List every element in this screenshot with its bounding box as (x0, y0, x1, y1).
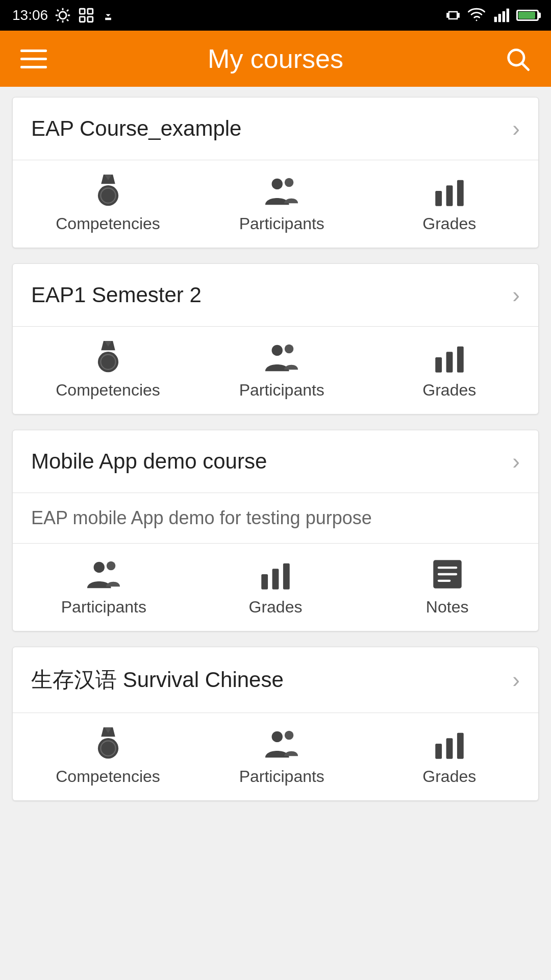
svg-rect-41 (435, 744, 442, 759)
action-label-grades-4: Grades (422, 767, 476, 786)
action-notes-3[interactable]: Notes (402, 558, 493, 617)
course-actions-3: Participants Grades Notes (13, 544, 538, 631)
course-title-row-1[interactable]: EAP Course_example› (13, 97, 538, 160)
wifi-icon (467, 7, 486, 24)
svg-rect-1 (80, 9, 85, 14)
svg-rect-35 (437, 573, 457, 575)
action-label-notes-3: Notes (426, 598, 469, 617)
course-card-2: EAP1 Semester 2› Competencies Participan… (12, 263, 539, 414)
svg-rect-26 (446, 352, 453, 373)
usb-icon (101, 7, 115, 24)
svg-rect-9 (20, 50, 47, 52)
action-label-participants-3: Participants (61, 598, 146, 617)
course-title-1: EAP Course_example (31, 116, 241, 141)
chevron-right-icon: › (512, 116, 520, 141)
svg-rect-32 (283, 564, 290, 590)
chevron-right-icon: › (512, 282, 520, 308)
people-icon (264, 341, 299, 376)
course-subtitle-3: EAP mobile App demo for testing purpose (13, 493, 538, 544)
status-left: 13:06 (12, 7, 115, 24)
status-right (446, 7, 539, 24)
action-label-competencies-2: Competencies (56, 381, 160, 400)
action-label-competencies-1: Competencies (56, 214, 160, 233)
svg-point-29 (107, 561, 115, 570)
svg-rect-43 (457, 733, 464, 759)
courses-list: EAP Course_example› Competencies Partici… (0, 87, 551, 811)
course-title-2: EAP1 Semester 2 (31, 283, 202, 307)
people-icon (86, 558, 121, 593)
svg-rect-2 (88, 9, 93, 14)
svg-rect-11 (20, 66, 47, 68)
course-card-3: Mobile App demo course›EAP mobile App de… (12, 430, 539, 631)
svg-rect-18 (435, 191, 442, 206)
course-title-row-2[interactable]: EAP1 Semester 2› (13, 264, 538, 327)
course-actions-1: Competencies Participants Grades (13, 160, 538, 248)
svg-rect-4 (88, 17, 93, 22)
svg-rect-36 (437, 580, 450, 582)
svg-rect-31 (272, 569, 279, 590)
action-competencies-1[interactable]: Competencies (56, 175, 160, 233)
grades-icon (433, 727, 466, 762)
svg-point-16 (272, 179, 283, 189)
vibrate-icon (446, 7, 460, 24)
svg-line-13 (522, 64, 529, 70)
action-label-grades-2: Grades (422, 381, 476, 400)
svg-rect-3 (80, 17, 85, 22)
svg-rect-19 (446, 185, 453, 206)
action-competencies-2[interactable]: Competencies (56, 341, 160, 400)
action-participants-1[interactable]: Participants (236, 175, 328, 233)
action-participants-2[interactable]: Participants (236, 341, 328, 400)
svg-point-23 (272, 345, 283, 356)
course-card-1: EAP Course_example› Competencies Partici… (12, 97, 539, 248)
svg-rect-27 (457, 347, 464, 373)
action-grades-1[interactable]: Grades (404, 175, 495, 233)
time-display: 13:06 (12, 7, 48, 23)
action-label-grades-3: Grades (249, 598, 303, 617)
grades-icon (259, 558, 292, 593)
action-label-participants-1: Participants (239, 214, 324, 233)
status-bar: 13:06 (0, 0, 551, 31)
svg-rect-8 (507, 9, 509, 22)
action-grades-2[interactable]: Grades (404, 341, 495, 400)
action-competencies-4[interactable]: Competencies (56, 727, 160, 786)
notes-icon (431, 558, 464, 593)
nav-icon (54, 7, 71, 24)
hamburger-icon[interactable] (20, 47, 47, 70)
search-icon[interactable] (504, 45, 531, 72)
svg-rect-20 (457, 180, 464, 206)
action-label-participants-4: Participants (239, 767, 324, 786)
svg-rect-42 (446, 738, 453, 759)
svg-point-40 (285, 731, 293, 740)
course-title-row-4[interactable]: 生存汉语 Survival Chinese› (13, 647, 538, 713)
action-label-competencies-4: Competencies (56, 767, 160, 786)
svg-rect-6 (498, 14, 501, 22)
svg-point-28 (94, 562, 105, 573)
svg-rect-25 (435, 357, 442, 373)
course-title-3: Mobile App demo course (31, 449, 267, 474)
svg-point-17 (285, 178, 293, 187)
svg-point-24 (285, 345, 293, 353)
action-grades-4[interactable]: Grades (404, 727, 495, 786)
svg-rect-5 (494, 17, 497, 22)
app-header: My courses (0, 31, 551, 87)
signal-icon (493, 7, 509, 24)
grades-icon (433, 175, 466, 209)
svg-rect-10 (20, 58, 47, 60)
medal-icon (92, 175, 124, 209)
course-title-row-3[interactable]: Mobile App demo course› (13, 430, 538, 493)
screenshot-icon (78, 7, 95, 24)
svg-point-0 (59, 12, 66, 19)
medal-icon (92, 727, 124, 762)
course-title-4: 生存汉语 Survival Chinese (31, 666, 284, 694)
action-grades-3[interactable]: Grades (230, 558, 321, 617)
svg-rect-7 (503, 11, 505, 22)
action-label-grades-1: Grades (422, 214, 476, 233)
medal-icon (92, 341, 124, 376)
action-participants-4[interactable]: Participants (236, 727, 328, 786)
chevron-right-icon: › (512, 667, 520, 693)
course-actions-2: Competencies Participants Grades (13, 327, 538, 414)
svg-point-39 (272, 731, 283, 742)
battery-icon (516, 10, 539, 21)
course-actions-4: Competencies Participants Grades (13, 713, 538, 800)
action-participants-3[interactable]: Participants (58, 558, 149, 617)
